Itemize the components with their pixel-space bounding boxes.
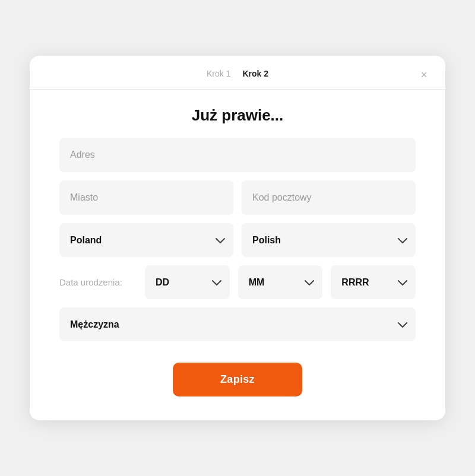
- close-button[interactable]: ×: [416, 66, 432, 83]
- year-select-wrapper: RRRR 200019991998: [331, 265, 416, 299]
- step-1: Krok 1: [207, 69, 230, 78]
- country-select-wrapper: Poland Germany France: [59, 223, 233, 257]
- city-postal-row: [59, 180, 416, 215]
- modal-title: Już prawie...: [30, 106, 445, 125]
- gender-select[interactable]: Mężczyzna Kobieta Inne: [59, 307, 416, 341]
- submit-row: Zapisz: [59, 363, 416, 396]
- step-indicator: Krok 1 Krok 2: [30, 56, 445, 90]
- language-select-wrapper: Polish English German: [242, 223, 416, 257]
- submit-button[interactable]: Zapisz: [173, 363, 302, 396]
- birthdate-label: Data urodzenia:: [59, 277, 137, 287]
- city-input[interactable]: [59, 180, 233, 215]
- day-select[interactable]: DD 123: [145, 265, 230, 299]
- gender-select-wrapper: Mężczyzna Kobieta Inne: [59, 307, 416, 341]
- month-select[interactable]: MM 123: [238, 265, 323, 299]
- birthdate-selects: DD 123 MM 123: [145, 265, 416, 299]
- address-row: [59, 138, 416, 172]
- year-select[interactable]: RRRR 200019991998: [331, 265, 416, 299]
- gender-row: Mężczyzna Kobieta Inne: [59, 307, 416, 341]
- close-icon: ×: [421, 69, 428, 80]
- form-area: Poland Germany France Polish English Ger…: [30, 138, 445, 396]
- step-2: Krok 2: [242, 69, 268, 78]
- modal: Krok 1 Krok 2 × Już prawie... Poland Ger…: [30, 56, 445, 420]
- address-input[interactable]: [59, 138, 416, 172]
- language-select[interactable]: Polish English German: [242, 223, 416, 257]
- postal-input[interactable]: [242, 180, 416, 215]
- birthdate-row: Data urodzenia: DD 123 MM 123: [59, 265, 416, 299]
- country-language-row: Poland Germany France Polish English Ger…: [59, 223, 416, 257]
- country-select[interactable]: Poland Germany France: [59, 223, 233, 257]
- month-select-wrapper: MM 123: [238, 265, 323, 299]
- day-select-wrapper: DD 123: [145, 265, 230, 299]
